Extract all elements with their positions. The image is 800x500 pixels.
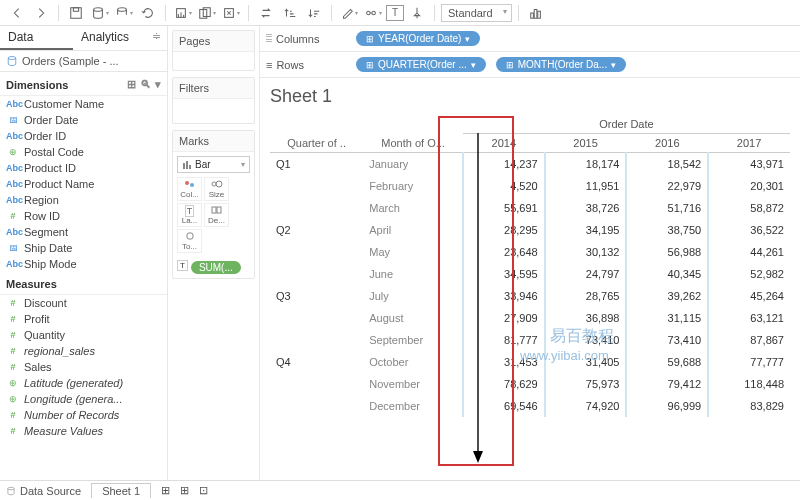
forward-button[interactable] [30, 3, 52, 23]
table-row[interactable]: Q3July33,94628,76539,26245,264 [270, 285, 790, 307]
svg-point-9 [372, 11, 376, 15]
new-sheet-button[interactable]: ⊞ [161, 484, 170, 497]
group-button[interactable]: ▾ [362, 3, 384, 23]
columns-pill-year[interactable]: ⊞YEAR(Order Date)▾ [356, 31, 480, 46]
sheet1-tab[interactable]: Sheet 1 [91, 483, 151, 498]
swap-button[interactable] [255, 3, 277, 23]
columns-shelf[interactable]: ⦙⦙⦙ Columns ⊞YEAR(Order Date)▾ [260, 26, 800, 52]
table-row[interactable]: Q4October31,45331,40559,68877,777 [270, 351, 790, 373]
field-row-id[interactable]: #Row ID [0, 208, 167, 224]
svg-rect-22 [217, 207, 221, 213]
marks-pill-sum[interactable]: SUM(... [191, 261, 241, 274]
pause-button[interactable]: ▾ [113, 3, 135, 23]
mark-card-la[interactable]: TLa... [177, 203, 202, 227]
field-order-id[interactable]: AbcOrder ID [0, 128, 167, 144]
crosstab[interactable]: Order DateQuarter of ..Month of O...2014… [270, 115, 790, 417]
field-customer-name[interactable]: AbcCustomer Name [0, 96, 167, 112]
mark-card-to[interactable]: To... [177, 229, 202, 253]
clear-button[interactable]: ▾ [220, 3, 242, 23]
table-row[interactable]: Q2April28,29534,19538,75036,522 [270, 219, 790, 241]
analytics-tab[interactable]: Analytics [73, 26, 146, 50]
field-product-id[interactable]: AbcProduct ID [0, 160, 167, 176]
svg-point-8 [367, 11, 371, 15]
viz-pane: ⦙⦙⦙ Columns ⊞YEAR(Order Date)▾ ≡ Rows ⊞Q… [260, 26, 800, 480]
view-grid-icon[interactable]: ⊞ [127, 78, 136, 91]
sort-desc-button[interactable] [303, 3, 325, 23]
menu-icon[interactable]: ▾ [155, 78, 161, 91]
back-button[interactable] [6, 3, 28, 23]
pane-menu[interactable]: ≑ [146, 26, 167, 50]
field-regional-sales[interactable]: #regional_sales [0, 343, 167, 359]
field-sales[interactable]: #Sales [0, 359, 167, 375]
highlight-button[interactable]: ▾ [338, 3, 360, 23]
field-quantity[interactable]: #Quantity [0, 327, 167, 343]
field-ship-mode[interactable]: AbcShip Mode [0, 256, 167, 272]
rows-icon: ≡ [266, 59, 272, 71]
svg-rect-1 [73, 7, 78, 11]
datasource-tab[interactable]: Data Source [6, 485, 81, 497]
mark-card-size[interactable]: Size [204, 177, 229, 201]
field-postal-code[interactable]: ⊕Postal Code [0, 144, 167, 160]
table-row[interactable]: Q1January14,23718,17418,54243,971 [270, 153, 790, 176]
show-me-button[interactable] [525, 3, 547, 23]
svg-point-18 [190, 183, 194, 187]
field-order-date[interactable]: 📅︎Order Date [0, 112, 167, 128]
svg-marker-25 [473, 451, 483, 463]
measures-header: Measures [0, 272, 167, 295]
table-row[interactable]: May23,64830,13256,98844,261 [270, 241, 790, 263]
refresh-button[interactable] [137, 3, 159, 23]
svg-point-2 [94, 7, 103, 11]
svg-rect-11 [534, 9, 537, 18]
field-region[interactable]: AbcRegion [0, 192, 167, 208]
table-row[interactable]: August27,90936,89831,11563,121 [270, 307, 790, 329]
toolbar: ▾ ▾ ▾ ▾ ▾ ▾ ▾ T Standard▾ [0, 0, 800, 26]
svg-point-3 [118, 7, 127, 11]
sheet-tabs-bar: Data Source Sheet 1 ⊞ ⊞ ⊡ [0, 480, 800, 500]
mark-type-select[interactable]: Bar ▾ [177, 156, 250, 173]
pin-button[interactable] [406, 3, 428, 23]
rows-pill-quarter[interactable]: ⊞QUARTER(Order ...▾ [356, 57, 486, 72]
svg-rect-10 [530, 13, 533, 18]
datasource-item[interactable]: Orders (Sample - ... [0, 51, 167, 72]
new-datasource-button[interactable]: ▾ [89, 3, 111, 23]
table-row[interactable]: March55,69138,72651,71658,872 [270, 197, 790, 219]
svg-rect-14 [183, 163, 185, 169]
cards-pane: Pages Filters Marks Bar ▾ Col...SizeTLa.… [168, 26, 260, 480]
data-pane: Data Analytics ≑ Orders (Sample - ... Di… [0, 26, 168, 480]
table-row[interactable]: November78,62975,97379,412118,448 [270, 373, 790, 395]
fit-select[interactable]: Standard▾ [441, 4, 512, 22]
field-number-of-records[interactable]: #Number of Records [0, 407, 167, 423]
rows-pill-month[interactable]: ⊞MONTH(Order Da...▾ [496, 57, 626, 72]
field-segment[interactable]: AbcSegment [0, 224, 167, 240]
svg-point-20 [216, 181, 222, 187]
field-measure-values[interactable]: #Measure Values [0, 423, 167, 439]
svg-point-17 [185, 181, 189, 185]
table-row[interactable]: June34,59524,79740,34552,982 [270, 263, 790, 285]
field-profit[interactable]: #Profit [0, 311, 167, 327]
field-discount[interactable]: #Discount [0, 295, 167, 311]
sheet-title[interactable]: Sheet 1 [270, 86, 790, 107]
pages-card[interactable]: Pages [172, 30, 255, 71]
field-product-name[interactable]: AbcProduct Name [0, 176, 167, 192]
data-tab[interactable]: Data [0, 26, 73, 50]
field-longitude-genera-[interactable]: ⊕Longitude (genera... [0, 391, 167, 407]
save-button[interactable] [65, 3, 87, 23]
field-latitude-generated-[interactable]: ⊕Latitude (generated) [0, 375, 167, 391]
field-ship-date[interactable]: 📅︎Ship Date [0, 240, 167, 256]
label-button[interactable]: T [386, 5, 404, 21]
new-dashboard-button[interactable]: ⊞ [180, 484, 189, 497]
svg-point-26 [8, 487, 14, 490]
filters-card[interactable]: Filters [172, 77, 255, 124]
duplicate-button[interactable]: ▾ [196, 3, 218, 23]
table-row[interactable]: September81,77773,41073,41087,867 [270, 329, 790, 351]
svg-rect-12 [537, 11, 540, 18]
new-story-button[interactable]: ⊡ [199, 484, 208, 497]
search-icon[interactable]: 🔍︎ [140, 78, 151, 91]
mark-card-col[interactable]: Col... [177, 177, 202, 201]
rows-shelf[interactable]: ≡ Rows ⊞QUARTER(Order ...▾ ⊞MONTH(Order … [260, 52, 800, 78]
mark-card-de[interactable]: De... [204, 203, 229, 227]
sort-asc-button[interactable] [279, 3, 301, 23]
table-row[interactable]: December69,54674,92096,99983,829 [270, 395, 790, 417]
table-row[interactable]: February4,52011,95122,97920,301 [270, 175, 790, 197]
new-worksheet-button[interactable]: ▾ [172, 3, 194, 23]
